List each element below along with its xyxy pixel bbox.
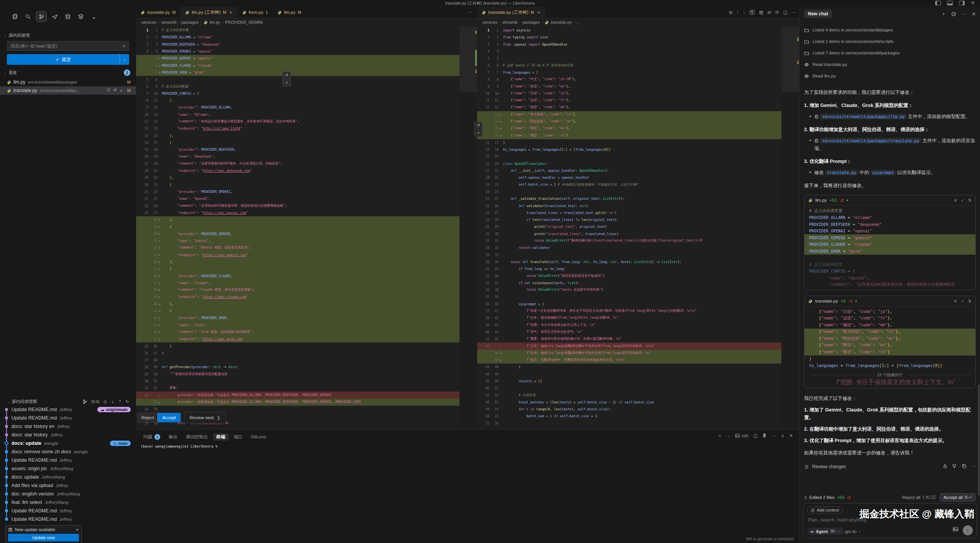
attach-image-icon[interactable] (953, 527, 958, 533)
code-row[interactable]: 36+ "provider": PROVIDER_CLAUDE, (136, 272, 477, 279)
panel-tab-问题[interactable]: 问题2 (140, 433, 164, 441)
commit-item[interactable]: docs: star historyJeffrey (0, 431, 136, 439)
close-icon[interactable]: ✕ (954, 299, 957, 303)
diff-editor-translate[interactable]: 11import asyncio22from typing import Lis… (477, 27, 799, 429)
review-next-button[interactable]: Review next❯ (184, 412, 226, 423)
code-row[interactable]: 2950 """根据供应商名称获取对应的配置信息 (136, 371, 477, 378)
code-row[interactable]: 1212 {"name": "德语", "code": "de"}, (477, 104, 799, 111)
close-tab-icon[interactable]: ✕ (537, 10, 540, 15)
agent-mode-chip[interactable]: ∞ Agent ⌘I ⌄ (807, 528, 844, 535)
graph-auto-label[interactable]: 自动 (91, 399, 100, 405)
code-row[interactable]: 53+ provider: 供应商名称，可选值为 PROVIDER_OLLAMA… (136, 399, 477, 406)
sync-icon[interactable]: ⟳ (775, 10, 779, 15)
kill-terminal-icon[interactable] (762, 433, 767, 438)
code-row[interactable]: 1013 "name": "Ollama", (136, 111, 477, 118)
code-row[interactable]: 5156 (477, 420, 799, 427)
database-icon[interactable] (63, 12, 73, 21)
add-context-chip[interactable]: @ Add context (807, 507, 842, 513)
tool-call-row[interactable]: Listed 1 items in services/streamlit/scr… (804, 36, 976, 47)
code-row[interactable]: 4550 results = [] (477, 378, 799, 385)
code-row[interactable]: 811 { (136, 97, 477, 104)
breadcrumb-item[interactable]: streamlit (161, 20, 177, 25)
model-selector[interactable]: gpt-4o ⌄ (845, 529, 861, 534)
new-terminal-icon[interactable]: ＋ (718, 433, 722, 438)
code-row[interactable]: 1620class OpenAITranslator: (477, 160, 799, 167)
edited-files-bar[interactable]: ❯ Edited 2 files +59 -3 Reject all ⇧⌘⌫ A… (804, 493, 976, 502)
code-row[interactable]: 1111 {"name": "法语", "code": "fr"}, (477, 97, 799, 104)
code-row[interactable]: 16+ {"name": "俄语", "code": "ru"} (477, 132, 799, 139)
code-row[interactable]: 2327 translated_lines = translated_text.… (477, 209, 799, 216)
breadcrumb-item[interactable]: translate.py (551, 20, 571, 25)
more-actions-icon[interactable]: ⋯ (962, 11, 967, 17)
reject-button[interactable]: Reject (138, 415, 158, 420)
code-row[interactable]: 14+ {"name": "阿拉伯语", "code": "ar"}, (477, 118, 799, 125)
breadcrumb-item[interactable]: streamlit (502, 20, 518, 25)
code-row[interactable]: 1114 "comment": "本地运行的轻量级大模型服务，支持多种开源模型，… (136, 118, 477, 125)
inline-code[interactable]: sysprompt (870, 170, 896, 175)
thumbs-down-icon[interactable] (952, 464, 957, 470)
tool-call-row[interactable]: Read translate.py (804, 59, 976, 70)
tool-call-row[interactable]: Read llm.py (804, 70, 976, 82)
code-row[interactable]: 2225 "name": "OpenAI", (136, 195, 477, 202)
breadcrumb-item[interactable]: packages (181, 20, 199, 25)
toggle-right-sidebar-icon[interactable] (959, 1, 965, 5)
code-row[interactable]: 32+ "comment": "Gemini 模型，适合多语言处理", (136, 244, 477, 251)
toggle-panel-icon[interactable] (947, 1, 953, 5)
code-row[interactable]: 2748 (136, 357, 477, 364)
code-row[interactable]: 39+ "endpoint": "https://api.claude.com" (136, 293, 477, 300)
swap-diff-icon[interactable]: ⇄ (767, 10, 771, 15)
code-row[interactable]: 4954 for i in range(0, len(texts), self.… (477, 406, 799, 413)
chevron-down-icon[interactable]: ⌄ (89, 12, 99, 21)
code-row[interactable]: 710PROVIDER_CONFIG = [ (136, 90, 477, 97)
code-row[interactable]: 4752 # 分批处理 (477, 392, 799, 398)
tab-llm.py-[interactable]: llm.py (工作树)M✕ (181, 7, 238, 18)
commit-item[interactable]: feat: llm selectJeffreyWang (0, 498, 136, 507)
expand-icon[interactable]: ⇅ (968, 299, 972, 303)
next-change-icon[interactable]: ↓ (743, 10, 745, 15)
code-row[interactable]: 3539 (477, 293, 799, 300)
tab-translate.py[interactable]: translate.pyM (136, 7, 181, 18)
code-row[interactable]: 43+ "name": "Grok", (136, 321, 477, 328)
open-file-icon[interactable]: 🗋 (107, 88, 111, 93)
code-row[interactable]: 3135 if from_lang == to_lang: (477, 265, 799, 272)
code-row[interactable]: 22PROVIDER_OLLAMA = "ollama" (136, 34, 477, 41)
commit-item[interactable]: Update README.mdJeffrey (0, 456, 136, 464)
code-row[interactable]: 29+ { (136, 223, 477, 230)
commit-item[interactable]: Update README.mdJeffrey (0, 507, 136, 515)
stage-block-icon[interactable]: ＋ (285, 80, 289, 85)
breadcrumb-translate[interactable]: services›streamlit›packages›translate.py… (477, 18, 799, 26)
code-row[interactable]: 32− provider: 供应商名称，可选值为 PROVIDER_OLLAMA… (136, 392, 477, 398)
tab-form.py[interactable]: form.py1 (238, 7, 273, 18)
chat-tab-new-chat[interactable]: New chat (804, 10, 832, 18)
target-icon[interactable]: ◎ (103, 399, 107, 404)
commit-item[interactable]: doc: english versionJeffreyWang (0, 490, 136, 498)
breadcrumb-item[interactable]: packages (522, 20, 540, 25)
code-row[interactable]: 2933 (477, 252, 799, 258)
code-row[interactable]: 42+ "provider": PROVIDER_GROK, (136, 314, 477, 321)
code-row[interactable]: 3337 if not isinstance(texts, list): (477, 280, 799, 286)
code-row[interactable]: 1720 "comment": "深度求索提供的API服务，中文处理能力强，性能… (136, 160, 477, 167)
changes-section-header[interactable]: ⌄ 更改 2 (4, 69, 130, 76)
update-now-button[interactable]: Update now (8, 534, 79, 541)
commit-item[interactable]: docs: remove some zh docswangjie (0, 448, 136, 456)
tab-translate.py-[interactable]: translate.py (工作树)M✕ (477, 7, 545, 18)
code-row[interactable]: 2647] (136, 350, 477, 357)
commit-message-input[interactable]: 消息(⌘↩ 在"main"提交) ✧ (7, 41, 129, 51)
branch-badge-main[interactable]: ◎main (110, 441, 131, 446)
cursor-tab-icon[interactable] (50, 12, 60, 21)
map-icon[interactable]: ▤ (759, 10, 763, 15)
commit-item[interactable]: docs: updatewangjie◎main (0, 439, 136, 448)
code-row[interactable]: 2832 return validator (477, 244, 799, 251)
code-row[interactable]: 4348 ) (477, 364, 799, 370)
commit-button[interactable]: ✓提交 ⌄ (7, 54, 129, 65)
code-row[interactable]: 1418to_languages = from_languages[1:] + … (477, 146, 799, 153)
hidden-lines-divider[interactable]: 23 个隐藏的行 (809, 372, 971, 378)
expand-chevron-icon[interactable]: ❯ (804, 495, 807, 499)
thumbs-up-icon[interactable] (942, 464, 947, 470)
tool-call-row[interactable]: Listed 4 items in services/streamlit/pag… (804, 24, 976, 36)
code-row[interactable]: 2326 "comment": "全球领先的AI服务提供商，模型性能强大但需要网… (136, 202, 477, 209)
commit-item[interactable]: docs: updateJeffreyWang (0, 473, 136, 481)
code-row[interactable]: 2546 } (136, 342, 477, 349)
code-row[interactable]: 3236 raise ValueError("源语言和目标语言不能相同") (477, 272, 799, 279)
code-row[interactable]: 1923 self.batch_size = 1 # 本地模型只能每条翻译，可能… (477, 181, 799, 188)
